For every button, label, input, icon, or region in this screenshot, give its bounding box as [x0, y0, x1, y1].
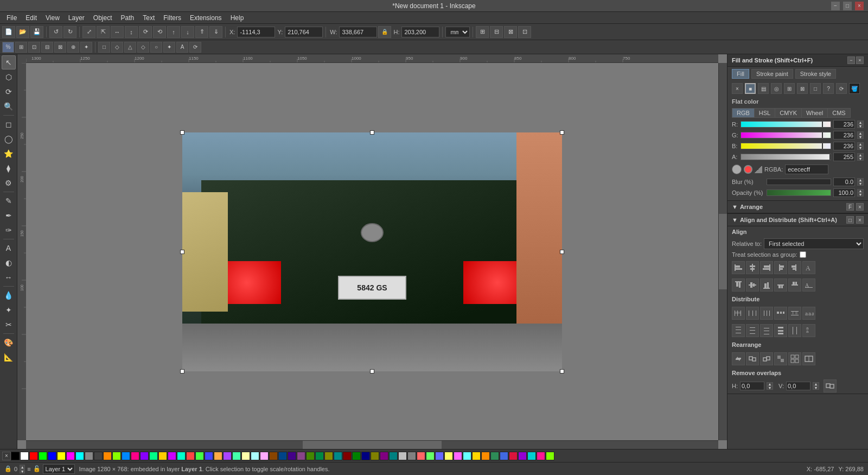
cms-tab[interactable]: CMS — [827, 108, 850, 118]
dist-baseline-h-btn[interactable]: aaa — [802, 307, 815, 320]
g-slider-thumb[interactable] — [822, 132, 823, 138]
fill-flat-btn[interactable]: ■ — [745, 83, 756, 94]
palette-swatch-50[interactable] — [472, 452, 481, 460]
palette-swatch-37[interactable] — [352, 452, 361, 460]
blur-input[interactable] — [833, 178, 855, 186]
b-input[interactable] — [833, 142, 855, 150]
handle-tm[interactable] — [370, 130, 374, 135]
menu-help[interactable]: Help — [226, 13, 248, 23]
align-left-side-btn[interactable] — [774, 261, 787, 274]
fill-none-btn[interactable]: × — [732, 83, 743, 94]
tool-eraser[interactable]: ✂ — [2, 318, 16, 332]
r-spin-up[interactable]: ▲ — [857, 121, 864, 124]
b-slider-thumb[interactable] — [822, 143, 823, 149]
snap-text-btn[interactable]: A — [176, 42, 188, 53]
palette-swatch-31[interactable] — [297, 452, 305, 460]
palette-swatch-11[interactable] — [112, 452, 121, 460]
palette-swatch-23[interactable] — [223, 452, 232, 460]
palette-swatch-21[interactable] — [205, 452, 213, 460]
opacity-track[interactable] — [767, 189, 831, 196]
palette-swatch-9[interactable] — [94, 452, 103, 460]
palette-swatch-17[interactable] — [168, 452, 176, 460]
menu-file[interactable]: File — [2, 13, 21, 23]
stroke-style-tab[interactable]: Stroke style — [795, 69, 836, 79]
tool-star[interactable]: ⭐ — [2, 147, 16, 161]
g-spin-down[interactable]: ▼ — [857, 135, 864, 139]
menu-text[interactable]: Text — [138, 13, 159, 23]
color-dropper-icon[interactable] — [755, 166, 762, 173]
palette-swatch-42[interactable] — [398, 452, 407, 460]
arrange-title[interactable]: ▼ Arrange F × — [727, 201, 868, 213]
palette-swatch-18[interactable] — [177, 452, 186, 460]
vscrollbar[interactable] — [718, 63, 727, 440]
fill-stroke-shortcut-btn[interactable]: F — [846, 203, 854, 211]
handle-bl[interactable] — [180, 369, 184, 373]
remove-overlaps-btn[interactable] — [824, 379, 837, 392]
a-slider-thumb[interactable] — [829, 154, 831, 160]
align-left-edges-btn[interactable] — [732, 261, 745, 274]
hsl-tab[interactable]: HSL — [754, 108, 775, 118]
flip-h-button[interactable]: ↔ — [111, 26, 124, 38]
minimize-button[interactable]: − — [831, 2, 840, 10]
flip-v-button[interactable]: ↕ — [125, 26, 138, 38]
align-right-side-btn[interactable] — [788, 261, 801, 274]
r-slider-thumb[interactable] — [822, 122, 823, 127]
dist-equal-v-btn[interactable] — [774, 324, 787, 337]
rearrange-exchange3-btn[interactable] — [760, 352, 773, 365]
dist-last-h-btn[interactable] — [788, 307, 801, 320]
treat-selection-checkbox[interactable] — [800, 251, 806, 258]
dist-baseline-v-btn[interactable]: aa — [802, 324, 815, 337]
rgba-input[interactable] — [785, 164, 828, 174]
close-button[interactable]: × — [855, 2, 864, 10]
tool-zoom[interactable]: 🔍 — [2, 99, 16, 113]
save-button[interactable]: 💾 — [30, 26, 43, 38]
align-expand-btn[interactable]: □ — [846, 216, 854, 224]
palette-swatch-5[interactable] — [57, 452, 66, 460]
arrange-close-btn[interactable]: × — [856, 203, 864, 211]
palette-swatch-44[interactable] — [417, 452, 425, 460]
panel-close-btn[interactable]: × — [856, 56, 864, 64]
palette-swatch-52[interactable] — [490, 452, 499, 460]
dist-left-edges-btn[interactable] — [732, 307, 745, 320]
blur-spin-up[interactable]: ▲ — [857, 178, 864, 182]
palette-swatch-25[interactable] — [241, 452, 250, 460]
snap-smooth-btn[interactable]: ✦ — [163, 42, 175, 53]
tool-gradient[interactable]: ◐ — [2, 256, 16, 270]
dist-bottom-edges-btn[interactable] — [760, 324, 773, 337]
wheel-tab[interactable]: Wheel — [801, 108, 827, 118]
g-slider-track[interactable] — [741, 132, 831, 138]
unit-select[interactable]: mm px in — [445, 27, 470, 37]
palette-swatch-54[interactable] — [509, 452, 518, 460]
cmyk-tab[interactable]: CMYK — [775, 108, 801, 118]
snap-guide-btn[interactable]: ⊠ — [54, 42, 66, 53]
palette-swatch-7[interactable] — [75, 452, 84, 460]
palette-swatch-38[interactable] — [361, 452, 370, 460]
hscroll-thumb[interactable] — [303, 441, 441, 449]
b-spin-down[interactable]: ▼ — [857, 146, 864, 150]
tool-text[interactable]: A — [2, 241, 16, 255]
h-overlap-down[interactable]: ▼ — [767, 386, 773, 390]
tool-node[interactable]: ⬡ — [2, 70, 16, 84]
palette-swatch-14[interactable] — [140, 452, 149, 460]
align-bottom-edges-btn[interactable] — [760, 278, 773, 292]
snap-object-btn[interactable]: ◇ — [111, 42, 123, 53]
rotate-cw-button[interactable]: ⟲ — [153, 26, 166, 38]
palette-swatch-47[interactable] — [444, 452, 453, 460]
palette-swatch-53[interactable] — [500, 452, 508, 460]
handle-tl[interactable] — [180, 130, 184, 135]
rotate-ccw-button[interactable]: ⟳ — [139, 26, 152, 38]
fill-pattern-btn[interactable]: ⊠ — [797, 83, 808, 94]
blur-spin-down[interactable]: ▼ — [857, 182, 864, 186]
r-input[interactable] — [833, 120, 855, 129]
image-container[interactable]: 5842 GS — [182, 132, 562, 371]
fill-unknown-btn[interactable]: ? — [823, 83, 834, 94]
r-spin-down[interactable]: ▼ — [857, 124, 864, 128]
tool-measure[interactable]: 📐 — [2, 350, 16, 364]
tool-spray[interactable]: ✦ — [2, 303, 16, 317]
palette-swatch-32[interactable] — [306, 452, 315, 460]
opacity-input[interactable] — [833, 188, 855, 197]
transform-btn3[interactable]: ⊠ — [504, 26, 517, 38]
snap-bbox-btn[interactable]: ⊞ — [15, 42, 27, 53]
align-section-title[interactable]: ▼ Align and Distribute (Shift+Ctrl+A) □ … — [727, 214, 868, 226]
rearrange-exchange-btn[interactable] — [732, 352, 745, 365]
